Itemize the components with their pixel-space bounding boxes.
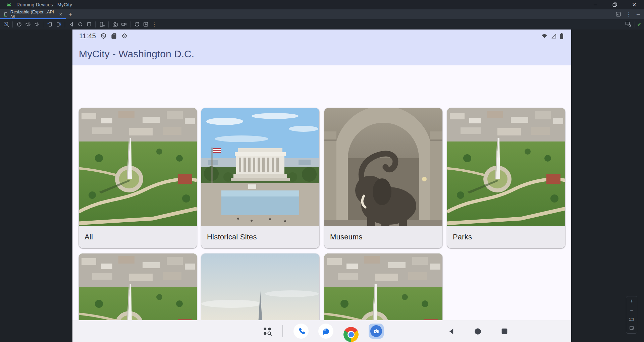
overview-icon [86,21,92,27]
card-image-museum-elephant [324,108,442,226]
messages-app-button[interactable] [318,324,333,339]
card-footer: All [79,226,197,248]
card-label: All [85,233,93,241]
home-icon [77,21,83,27]
reset-device-button[interactable] [132,20,141,29]
card-image-washington-monument-aerial [447,108,565,226]
toolbar-separator [108,21,109,27]
volume-up-button[interactable] [23,20,32,29]
nav-home-button[interactable] [472,325,484,337]
android-status-bar: 11:45 [72,30,571,42]
volume-down-icon [34,21,40,27]
device-screen: 11:45 [72,30,571,342]
toolbar-separator [635,21,635,27]
category-card-museums[interactable]: Museums [324,108,442,248]
back-button[interactable] [67,20,76,29]
zoom-fit-button[interactable] [629,326,634,331]
card-footer: Museums [324,226,442,248]
rotate-right-button[interactable] [54,20,63,29]
card-image-washington-monument-aerial [79,108,197,226]
display-search-icon [625,21,631,27]
minimize-window-button[interactable]: ─ [586,0,605,9]
camera-app-icon [370,325,382,337]
card-label: Parks [453,233,472,241]
taskbar-divider [282,325,283,337]
app-title: MyCity - Washington D.C. [79,48,194,60]
power-icon [16,21,22,27]
toolbar-separator [65,21,65,27]
back-icon [69,21,74,27]
android-logo-icon [6,3,12,7]
screen-record-button[interactable] [119,20,128,29]
nav-home-icon [474,328,481,335]
category-card-all[interactable]: All [79,108,197,248]
phone-app-icon [298,328,305,335]
rotate-right-icon [56,21,61,27]
rotate-left-button[interactable] [45,20,54,29]
rotate-left-icon [47,21,53,27]
fold-device-button[interactable] [98,20,106,29]
snapshot-button[interactable] [141,20,150,29]
camera-app-button[interactable] [369,324,384,339]
android-taskbar [72,320,571,342]
hide-tool-window-button[interactable]: ─ [637,12,640,17]
chrome-app-button[interactable] [343,327,359,342]
tab-resizable-device[interactable]: Resizable (Exper...API 36 ✕ [0,9,66,19]
window-title: Running Devices - MyCity [16,2,72,7]
display-mode-button[interactable] [2,20,10,29]
device-tab-bar: Resizable (Exper...API 36 ✕ + [0,9,644,19]
category-card-parks[interactable]: Parks [447,108,565,248]
new-tab-button[interactable]: + [68,11,72,17]
power-button[interactable] [15,20,23,29]
signal-status-icon [550,33,557,39]
app-drawer-search-icon [262,326,273,337]
card-image-lincoln-memorial [201,108,319,226]
zoom-in-button[interactable]: + [630,298,633,304]
tool-window-options-button[interactable]: ⋮ [626,11,631,17]
video-camera-icon [121,21,127,27]
window-controls: ─ ✕ [586,0,644,9]
status-time: 11:45 [79,32,96,40]
running-devices-window: Running Devices - MyCity ─ ✕ Resizable (… [0,0,644,342]
card-footer: Parks [447,226,565,248]
fit-to-window-icon [629,326,634,330]
all-apps-search-button[interactable] [260,324,275,339]
toolbar-separator [43,21,43,27]
category-card-historical-sites[interactable]: Historical Sites [201,108,319,248]
screenshot-button[interactable] [111,20,119,29]
phone-app-button[interactable] [293,324,309,339]
category-grid: All Historical Sites Museums Parks [72,65,571,342]
tab-label: Resizable (Exper...API 36 [10,9,56,19]
nav-recents-icon [501,328,508,335]
volume-down-button[interactable] [32,20,41,29]
float-window-button[interactable] [616,12,621,17]
toolbar-separator [12,21,13,27]
zoom-out-button[interactable]: − [630,308,633,314]
messages-app-icon [322,327,330,335]
camera-icon [112,21,118,27]
restore-window-button[interactable] [605,0,625,9]
nav-back-icon [448,328,455,335]
display-zoom-panel: + − 1:1 [626,296,637,334]
status-right-icons [541,33,564,40]
toolbar-separator [130,21,130,27]
ready-check-icon: ✔ [637,21,641,27]
toolbar-separator [95,21,96,27]
zoom-reset-button[interactable]: 1:1 [629,318,634,321]
nav-recents-button[interactable] [498,325,511,337]
overview-button[interactable] [85,20,93,29]
card-label: Historical Sites [207,233,257,241]
card-label: Museums [330,233,363,241]
emulator-toolbar-right: ✔ [622,19,641,30]
float-window-icon [616,12,621,17]
device-icon [3,12,8,17]
battery-status-icon [559,33,564,40]
volume-up-icon [25,21,31,27]
resizable-display-icon [3,21,9,27]
toolbar-overflow-button[interactable]: ⋮ [150,20,159,29]
view-settings-button[interactable] [624,20,633,29]
nav-back-button[interactable] [445,325,458,337]
close-window-button[interactable]: ✕ [625,0,644,9]
home-button[interactable] [76,20,85,29]
tab-close-button[interactable]: ✕ [59,12,62,17]
